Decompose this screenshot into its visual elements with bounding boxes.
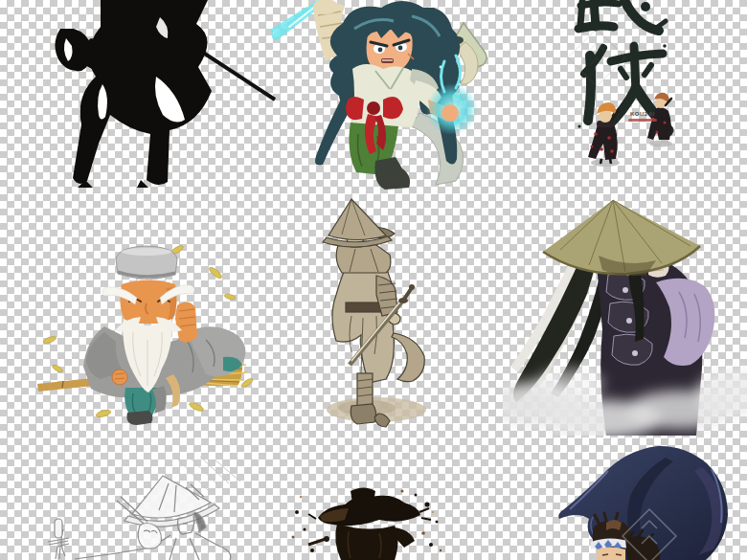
sketch-swordsman-illustration xyxy=(302,191,445,436)
ink-warrior-illustration xyxy=(53,0,283,188)
hat-master-illustration xyxy=(503,187,747,436)
mini-cloak-figures-illustration xyxy=(580,92,686,170)
blue-cloak-illustration xyxy=(551,442,747,560)
kouzai-red-subtitle xyxy=(628,119,657,122)
pencil-sketch-illustration xyxy=(56,455,290,560)
transparent-artboard: 武侠 xyxy=(0,0,747,560)
kouzai-caption: KOUZAI xyxy=(618,111,668,122)
sword-hilt-sketch xyxy=(44,517,73,560)
old-monk-illustration xyxy=(34,244,263,431)
ink-splash-illustration xyxy=(287,483,445,560)
chibi-hero-illustration xyxy=(268,0,493,191)
kouzai-text: KOUZAI xyxy=(630,111,655,117)
